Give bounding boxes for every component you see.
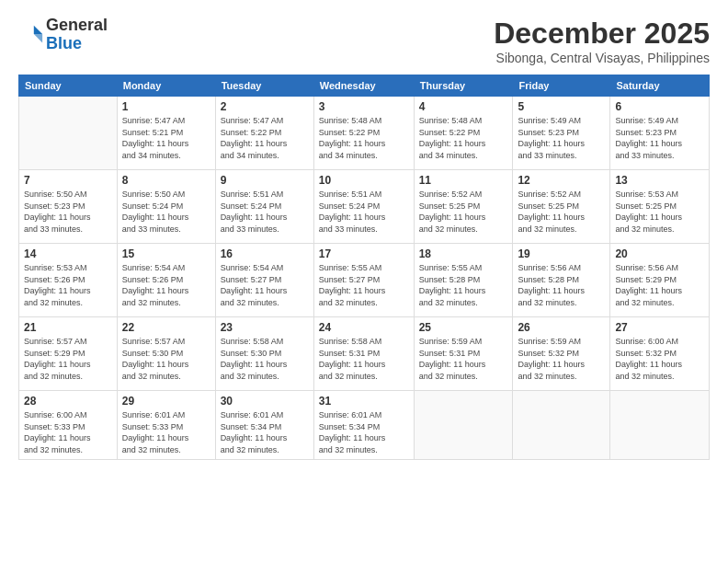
day-info: Sunrise: 6:00 AMSunset: 5:32 PMDaylight:…: [615, 336, 704, 382]
day-number: 15: [122, 247, 210, 260]
week-row-5: 28Sunrise: 6:00 AMSunset: 5:33 PMDayligh…: [19, 391, 710, 460]
day-number: 26: [518, 321, 605, 334]
day-info: Sunrise: 5:50 AMSunset: 5:24 PMDaylight:…: [122, 189, 210, 235]
day-number: 14: [24, 247, 112, 260]
weekday-header-saturday: Saturday: [610, 75, 710, 97]
calendar-cell: 13Sunrise: 5:53 AMSunset: 5:25 PMDayligh…: [610, 170, 710, 244]
logo-line2: Blue: [46, 34, 82, 52]
calendar-cell: 11Sunrise: 5:52 AMSunset: 5:25 PMDayligh…: [414, 170, 513, 244]
calendar-cell: 5Sunrise: 5:49 AMSunset: 5:23 PMDaylight…: [513, 97, 610, 170]
calendar-cell: 18Sunrise: 5:55 AMSunset: 5:28 PMDayligh…: [414, 244, 513, 317]
week-row-1: 1Sunrise: 5:47 AMSunset: 5:21 PMDaylight…: [19, 97, 710, 170]
calendar-cell: 10Sunrise: 5:51 AMSunset: 5:24 PMDayligh…: [313, 170, 414, 244]
weekday-header-tuesday: Tuesday: [215, 75, 313, 97]
day-number: 29: [122, 395, 210, 408]
weekday-header-thursday: Thursday: [414, 75, 513, 97]
day-info: Sunrise: 5:56 AMSunset: 5:28 PMDaylight:…: [518, 262, 605, 308]
day-info: Sunrise: 5:57 AMSunset: 5:30 PMDaylight:…: [122, 336, 210, 382]
day-number: 9: [221, 174, 309, 187]
calendar-cell: 8Sunrise: 5:50 AMSunset: 5:24 PMDaylight…: [117, 170, 215, 244]
day-number: 28: [24, 395, 112, 408]
calendar-cell: 14Sunrise: 5:53 AMSunset: 5:26 PMDayligh…: [19, 244, 118, 317]
day-number: 25: [419, 321, 508, 334]
weekday-header-row: SundayMondayTuesdayWednesdayThursdayFrid…: [19, 75, 710, 97]
day-info: Sunrise: 5:47 AMSunset: 5:21 PMDaylight:…: [122, 115, 210, 161]
calendar-cell: 26Sunrise: 5:59 AMSunset: 5:32 PMDayligh…: [513, 317, 610, 391]
calendar-cell: 20Sunrise: 5:56 AMSunset: 5:29 PMDayligh…: [610, 244, 710, 317]
day-info: Sunrise: 5:58 AMSunset: 5:31 PMDaylight:…: [319, 336, 409, 382]
day-info: Sunrise: 5:50 AMSunset: 5:23 PMDaylight:…: [24, 189, 112, 235]
day-info: Sunrise: 5:59 AMSunset: 5:31 PMDaylight:…: [419, 336, 508, 382]
weekday-header-friday: Friday: [513, 75, 610, 97]
calendar-cell: 23Sunrise: 5:58 AMSunset: 5:30 PMDayligh…: [215, 317, 313, 391]
day-number: 10: [319, 174, 409, 187]
day-number: 5: [518, 100, 605, 113]
calendar-cell: [513, 391, 610, 460]
calendar-cell: [610, 391, 710, 460]
day-number: 12: [518, 174, 605, 187]
week-row-3: 14Sunrise: 5:53 AMSunset: 5:26 PMDayligh…: [19, 244, 710, 317]
day-info: Sunrise: 5:59 AMSunset: 5:32 PMDaylight:…: [518, 336, 605, 382]
calendar-cell: 2Sunrise: 5:47 AMSunset: 5:22 PMDaylight…: [215, 97, 313, 170]
calendar-cell: 17Sunrise: 5:55 AMSunset: 5:27 PMDayligh…: [313, 244, 414, 317]
weekday-header-sunday: Sunday: [19, 75, 118, 97]
calendar-cell: 6Sunrise: 5:49 AMSunset: 5:23 PMDaylight…: [610, 97, 710, 170]
header: General Blue December 2025 Sibonga, Cent…: [18, 17, 710, 65]
calendar-table: SundayMondayTuesdayWednesdayThursdayFrid…: [18, 75, 710, 460]
calendar-cell: 27Sunrise: 6:00 AMSunset: 5:32 PMDayligh…: [610, 317, 710, 391]
day-info: Sunrise: 5:54 AMSunset: 5:26 PMDaylight:…: [122, 262, 210, 308]
title-section: December 2025 Sibonga, Central Visayas, …: [494, 17, 710, 65]
day-number: 18: [419, 247, 508, 260]
day-info: Sunrise: 5:47 AMSunset: 5:22 PMDaylight:…: [221, 115, 309, 161]
weekday-header-wednesday: Wednesday: [313, 75, 414, 97]
day-number: 23: [221, 321, 309, 334]
location: Sibonga, Central Visayas, Philippines: [494, 51, 710, 65]
day-number: 2: [221, 100, 309, 113]
logo: General Blue: [18, 17, 108, 53]
calendar-cell: 31Sunrise: 6:01 AMSunset: 5:34 PMDayligh…: [313, 391, 414, 460]
day-info: Sunrise: 5:52 AMSunset: 5:25 PMDaylight:…: [518, 189, 605, 235]
day-info: Sunrise: 5:54 AMSunset: 5:27 PMDaylight:…: [221, 262, 309, 308]
day-info: Sunrise: 6:01 AMSunset: 5:34 PMDaylight:…: [319, 409, 409, 455]
calendar-page: General Blue December 2025 Sibonga, Cent…: [0, 0, 728, 563]
calendar-cell: 22Sunrise: 5:57 AMSunset: 5:30 PMDayligh…: [117, 317, 215, 391]
calendar-cell: 15Sunrise: 5:54 AMSunset: 5:26 PMDayligh…: [117, 244, 215, 317]
day-number: 19: [518, 247, 605, 260]
day-number: 30: [221, 395, 309, 408]
day-info: Sunrise: 5:53 AMSunset: 5:25 PMDaylight:…: [615, 189, 704, 235]
day-number: 16: [221, 247, 309, 260]
logo-text: General Blue: [46, 17, 108, 53]
calendar-cell: 21Sunrise: 5:57 AMSunset: 5:29 PMDayligh…: [19, 317, 118, 391]
day-info: Sunrise: 5:48 AMSunset: 5:22 PMDaylight:…: [419, 115, 508, 161]
day-info: Sunrise: 5:52 AMSunset: 5:25 PMDaylight:…: [419, 189, 508, 235]
day-info: Sunrise: 5:55 AMSunset: 5:27 PMDaylight:…: [319, 262, 409, 308]
day-info: Sunrise: 5:53 AMSunset: 5:26 PMDaylight:…: [24, 262, 112, 308]
day-number: 11: [419, 174, 508, 187]
svg-marker-0: [34, 26, 42, 34]
day-number: 22: [122, 321, 210, 334]
logo-line1: General: [46, 16, 108, 34]
calendar-cell: 7Sunrise: 5:50 AMSunset: 5:23 PMDaylight…: [19, 170, 118, 244]
day-number: 8: [122, 174, 210, 187]
svg-marker-1: [34, 34, 42, 42]
calendar-cell: [414, 391, 513, 460]
calendar-cell: 24Sunrise: 5:58 AMSunset: 5:31 PMDayligh…: [313, 317, 414, 391]
day-info: Sunrise: 5:49 AMSunset: 5:23 PMDaylight:…: [518, 115, 605, 161]
calendar-cell: 28Sunrise: 6:00 AMSunset: 5:33 PMDayligh…: [19, 391, 118, 460]
day-number: 17: [319, 247, 409, 260]
calendar-cell: 12Sunrise: 5:52 AMSunset: 5:25 PMDayligh…: [513, 170, 610, 244]
week-row-2: 7Sunrise: 5:50 AMSunset: 5:23 PMDaylight…: [19, 170, 710, 244]
calendar-cell: 16Sunrise: 5:54 AMSunset: 5:27 PMDayligh…: [215, 244, 313, 317]
calendar-cell: 3Sunrise: 5:48 AMSunset: 5:22 PMDaylight…: [313, 97, 414, 170]
day-info: Sunrise: 5:56 AMSunset: 5:29 PMDaylight:…: [615, 262, 704, 308]
day-info: Sunrise: 6:00 AMSunset: 5:33 PMDaylight:…: [24, 409, 112, 455]
calendar-cell: 1Sunrise: 5:47 AMSunset: 5:21 PMDaylight…: [117, 97, 215, 170]
day-number: 31: [319, 395, 409, 408]
calendar-cell: 19Sunrise: 5:56 AMSunset: 5:28 PMDayligh…: [513, 244, 610, 317]
day-number: 1: [122, 100, 210, 113]
day-info: Sunrise: 5:58 AMSunset: 5:30 PMDaylight:…: [221, 336, 309, 382]
day-info: Sunrise: 6:01 AMSunset: 5:34 PMDaylight:…: [221, 409, 309, 455]
day-info: Sunrise: 5:51 AMSunset: 5:24 PMDaylight:…: [319, 189, 409, 235]
day-number: 6: [615, 100, 704, 113]
calendar-cell: [19, 97, 118, 170]
